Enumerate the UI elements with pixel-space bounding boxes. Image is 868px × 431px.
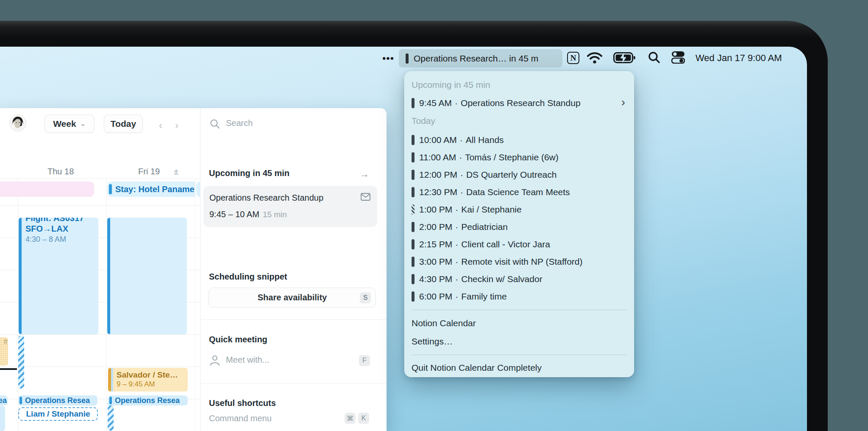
separator: · [459, 152, 462, 162]
command-menu-label[interactable]: Command menu [209, 414, 272, 423]
search-menubar-icon[interactable] [648, 51, 660, 64]
arrow-right-icon[interactable]: → [359, 168, 369, 180]
menu-divider [412, 355, 627, 355]
expand-allday-icon[interactable]: ± [174, 167, 178, 176]
next-event-row[interactable]: 9:45 AM · Operations Research Standup › [405, 97, 634, 109]
event-color-bar-icon [412, 239, 415, 249]
today-button[interactable]: Today [104, 115, 143, 133]
allday-event-sliver[interactable] [196, 182, 200, 197]
event-row[interactable]: 1:00 PM · Kai / Stephanie [405, 203, 634, 216]
notion-menubar-icon[interactable]: N [567, 52, 579, 64]
separator: · [460, 187, 463, 197]
event-time: 2:00 PM [419, 222, 452, 232]
email-icon[interactable] [361, 193, 370, 201]
event-title: Data Science Team Meets [466, 187, 570, 197]
event-blue-wed-clipped[interactable] [0, 406, 5, 431]
event-color-bar-icon [19, 218, 22, 334]
event-time: 4:30 PM [419, 274, 452, 284]
event-ops-wed-clipped[interactable]: ea [0, 395, 8, 406]
battery-charging-icon[interactable] [613, 52, 635, 64]
menu-item-quit[interactable]: Quit Notion Calendar Completely [412, 361, 542, 374]
event-row[interactable]: 3:00 PM · Remote visit with NP (Stafford… [405, 255, 634, 268]
event-title: All Hands [466, 135, 504, 145]
event-row[interactable]: 12:30 PM · Data Science Team Meets [405, 186, 634, 199]
event-title: Salvador / Ste… [117, 370, 178, 380]
event-title: ff [4, 338, 7, 345]
next-week-button[interactable]: › [175, 120, 178, 132]
today-section-header: Today [412, 116, 435, 127]
allday-event-pink[interactable] [0, 182, 94, 197]
separator: · [460, 135, 463, 145]
grid-line [0, 205, 200, 206]
share-availability-button[interactable]: Share availability S [209, 288, 376, 308]
event-color-bar-icon [107, 218, 110, 334]
quick-meeting-header: Quick meeting [209, 335, 267, 344]
useful-shortcuts-header: Useful shortcuts [209, 398, 276, 408]
event-color-bar-icon [109, 397, 112, 404]
separator: · [455, 239, 458, 249]
menu-divider [412, 310, 627, 310]
meet-with-input[interactable] [226, 355, 336, 365]
column-divider [18, 178, 18, 431]
separator: · [460, 170, 463, 180]
control-center-icon[interactable] [671, 51, 685, 64]
upcoming-section-header: Upcoming in 45 min [412, 80, 490, 91]
event-color-bar-icon [19, 397, 22, 404]
event-time: 12:30 PM [419, 187, 457, 197]
avatar[interactable] [9, 115, 26, 132]
separator: · [455, 222, 458, 232]
wifi-icon[interactable] [587, 51, 603, 64]
event-flight[interactable]: Flight: AS0317 SFO→LAX 4:30 – 8 AM [19, 218, 98, 334]
menubar-overflow-icon[interactable]: ••• [378, 53, 398, 64]
event-liam-stephanie[interactable]: Liam / Stephanie [18, 407, 98, 421]
event-row[interactable]: 6:00 PM · Family time [405, 290, 634, 303]
event-row[interactable]: 10:00 AM · All Hands [405, 134, 634, 146]
event-ops-thu[interactable]: Operations Resea [18, 395, 97, 406]
event-row[interactable]: 2:00 PM · Pediatrician [405, 221, 634, 233]
menubar-clock[interactable]: Wed Jan 17 9:00 AM [696, 53, 782, 64]
event-row[interactable]: 4:30 PM · Checkin w/ Salvador [405, 273, 634, 285]
view-selector-button[interactable]: Week ⌄ [45, 115, 95, 133]
menu-item-open-app[interactable]: Notion Calendar [412, 317, 476, 330]
upcoming-event-time: 9:45 – 10 AM15 min [209, 210, 287, 219]
event-title: ea [0, 396, 7, 405]
allday-event-label: Stay: Hotel Panamer [115, 185, 195, 194]
event-tentative-thu[interactable] [18, 335, 25, 389]
day-header-fri[interactable]: Fri 19 [138, 167, 160, 176]
chevron-down-icon: ⌄ [80, 119, 86, 128]
event-time: 1:00 PM [419, 204, 452, 215]
separator: · [455, 291, 458, 302]
search-input[interactable] [226, 118, 353, 128]
event-time: 9:45 AM [419, 98, 452, 108]
section-divider [200, 383, 387, 383]
event-color-bar-icon [108, 368, 111, 392]
menubar-notion-calendar-status[interactable]: Operations Research… in 45 m [399, 49, 562, 67]
menubar-status-label: Operations Research… in 45 m [414, 53, 538, 64]
upcoming-event-card[interactable]: Operations Research Standup 9:45 – 10 AM… [203, 186, 377, 227]
event-row[interactable]: 12:00 PM · DS Quarterly Outreach [405, 168, 634, 181]
separator: · [455, 274, 458, 284]
event-title: Tomás / Stephanie (6w) [465, 152, 559, 162]
event-salvador[interactable]: Salvador / Ste… 9 – 9:45 AM [108, 368, 188, 392]
notion-calendar-window: Week ⌄ Today ‹ › Thu 18 Fri 19 ± Stay: H… [0, 108, 387, 431]
event-time: 3:00 PM [419, 257, 452, 267]
event-time: 11:00 AM [419, 152, 456, 162]
allday-event-stay[interactable]: Stay: Hotel Panamer [107, 182, 195, 197]
event-color-bar-striped-icon [412, 204, 415, 215]
menu-item-settings[interactable]: Settings… [412, 335, 453, 348]
event-row[interactable]: 11:00 AM · Tomás / Stephanie (6w) [405, 151, 634, 164]
event-tentative-fri[interactable] [107, 401, 114, 431]
event-fri-morning[interactable] [107, 218, 187, 334]
event-color-bar-icon [406, 53, 409, 64]
day-header-thu[interactable]: Thu 18 [47, 167, 74, 176]
upcoming-event-duration: 15 min [263, 210, 287, 219]
event-title: DS Quarterly Outreach [466, 170, 557, 180]
event-title: Operations Research Standup [461, 98, 581, 108]
grid-line [0, 334, 200, 335]
prev-week-button[interactable]: ‹ [159, 120, 162, 132]
event-row[interactable]: 2:15 PM · Client call - Victor Jara [405, 238, 634, 251]
event-ops-fri[interactable]: Operations Resea [108, 395, 188, 406]
event-yellow-wed-clipped[interactable]: ff [0, 337, 8, 366]
separator: · [455, 257, 458, 267]
event-title: Flight: AS0317 [25, 218, 84, 224]
